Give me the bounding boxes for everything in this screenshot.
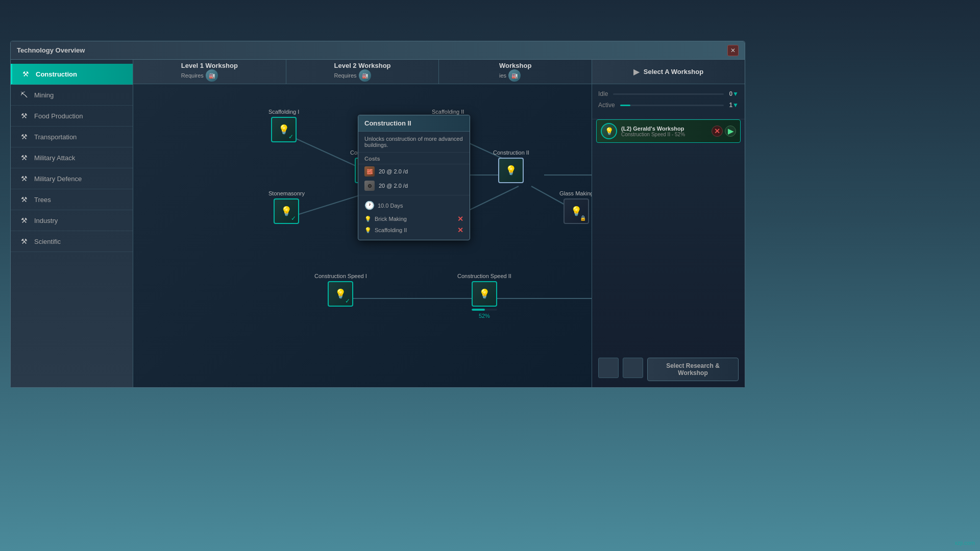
tooltip-costs-header: Costs	[358, 153, 470, 164]
tooltip-req-scaffolding-2: 💡 Scaffolding II ✕	[358, 224, 470, 236]
glass-making-icon[interactable]: 💡 🔒	[564, 198, 589, 224]
sidebar-item-military-attack[interactable]: ⚒ Military Attack	[11, 147, 133, 168]
workshop-title-1: Level 1 Workshop	[181, 62, 238, 69]
bulb-stonemasonry: 💡	[281, 206, 292, 217]
stonemasonry-icon[interactable]: 💡 ✓	[274, 198, 299, 224]
idle-label: Idle	[598, 90, 608, 97]
remove-workshop-button[interactable]: ✕	[712, 126, 723, 137]
close-button[interactable]: ✕	[727, 45, 739, 56]
sidebar-item-trees[interactable]: ⚒ Trees	[11, 189, 133, 210]
workshop-item-actions: ✕ ▶	[712, 126, 736, 137]
sidebar-item-construction[interactable]: ⚒ Construction	[11, 64, 133, 85]
workshop-col-2: Level 2 Workshop Requires 🏭	[286, 60, 439, 84]
tooltip-req-brick-making: 💡 Brick Making ✕	[358, 213, 470, 224]
check-stonemasonry: ✓	[291, 215, 296, 222]
scaffolding-1-label: Scaffolding I	[268, 109, 299, 115]
tech-node-construction-2[interactable]: Construction II 💡	[493, 149, 529, 183]
arrow-right-icon: ▶	[633, 67, 640, 77]
tech-tree: Scaffolding I 💡 ✓ Construction I 💡 ✓	[133, 84, 592, 387]
active-label: Active	[598, 102, 615, 109]
bulb-cs1: 💡	[335, 288, 346, 299]
workshop-title-3: Workshop	[499, 62, 531, 69]
right-panel-title: Select A Workshop	[644, 68, 703, 76]
construction-2-icon[interactable]: 💡	[498, 158, 524, 183]
sidebar: ⚒ Construction ⛏ Mining ⚒ Food Productio…	[11, 60, 133, 387]
title-bar: Technology Overview ✕	[11, 41, 745, 60]
research-thumb-1	[598, 358, 619, 378]
construction-speed-2-icon[interactable]: 💡	[472, 281, 497, 307]
idle-dropdown[interactable]: ▼	[732, 90, 739, 97]
clock-icon: 🕐	[364, 201, 375, 210]
workshop-icon-3: 🏭	[508, 69, 521, 82]
tech-node-glass-making[interactable]: Glass Making 💡 🔒	[559, 190, 592, 224]
sidebar-item-military-defence[interactable]: ⚒ Military Defence	[11, 168, 133, 189]
workshop-item-info: (L2) Gerald's Workshop Construction Spee…	[621, 126, 707, 137]
workshop-col-1: Level 1 Workshop Requires 🏭	[133, 60, 286, 84]
tooltip-divider	[358, 195, 470, 195]
select-research-label: Select Research & Workshop	[652, 362, 734, 377]
check-scaffolding-1: ✓	[288, 133, 293, 140]
tooltip-cost-row-2: ⚙ 20 @ 2.0 /d	[358, 179, 470, 193]
active-dropdown[interactable]: ▼	[732, 102, 739, 109]
req-scaffolding-2-label: 💡 Scaffolding II	[364, 227, 407, 234]
confirm-workshop-button[interactable]: ▶	[725, 126, 736, 137]
cs2-progress-fill	[472, 309, 485, 311]
watermark: xzji.com	[954, 540, 975, 546]
sidebar-label-military-defence: Military Defence	[34, 175, 82, 183]
sidebar-item-mining[interactable]: ⛏ Mining	[11, 85, 133, 106]
tooltip-time-row: 🕐 10.0 Days	[358, 197, 470, 213]
cost-value-2: 20 @ 2.0 /d	[379, 183, 408, 189]
sidebar-label-trees: Trees	[34, 196, 51, 204]
sidebar-label-scientific: Scientific	[34, 238, 61, 245]
cost-value-1: 20 @ 2.0 /d	[379, 168, 408, 174]
idle-value: 0	[729, 90, 732, 97]
req-bulb-1: 💡	[364, 216, 372, 222]
sidebar-item-industry[interactable]: ⚒ Industry	[11, 210, 133, 231]
idle-bar	[613, 93, 724, 95]
cs2-progress-label: 52%	[479, 313, 490, 319]
tech-node-construction-speed-1[interactable]: Construction Speed I 💡 ✓	[314, 273, 367, 307]
tooltip-cost-row-1: 🧱 20 @ 2.0 /d	[358, 164, 470, 179]
construction-speed-1-icon[interactable]: 💡 ✓	[328, 281, 353, 307]
active-bar-fill	[620, 105, 630, 106]
check-cs1: ✓	[345, 297, 350, 305]
workshop-icon-1: 🏭	[206, 69, 218, 82]
select-research-button[interactable]: Select Research & Workshop	[647, 358, 739, 381]
food-icon: ⚒	[19, 111, 29, 121]
workshop-item-name: (L2) Gerald's Workshop	[621, 126, 707, 132]
workshop-icon-2: 🏭	[359, 69, 371, 82]
req-scaffolding-2-x: ✕	[457, 226, 463, 234]
scaffolding-1-icon[interactable]: 💡 ✓	[271, 117, 297, 142]
sidebar-item-food-production[interactable]: ⚒ Food Production	[11, 106, 133, 127]
glass-making-label: Glass Making	[559, 190, 592, 196]
active-stat-row: Active 1 ▼	[598, 102, 739, 109]
sidebar-label-mining: Mining	[34, 91, 54, 99]
workshop-col-3: Workshop ies 🏭	[439, 60, 592, 84]
workshop-item-icon: 💡	[601, 123, 617, 139]
cost-icon-1: 🧱	[364, 166, 375, 177]
sidebar-item-scientific[interactable]: ⚒ Scientific	[11, 231, 133, 252]
tech-node-stonemasonry[interactable]: Stonemasonry 💡 ✓	[268, 190, 305, 224]
sidebar-item-transportation[interactable]: ⚒ Transportation	[11, 127, 133, 147]
right-panel: ▶ Select A Workshop Idle 0 ▼ Active	[592, 60, 745, 387]
construction-speed-1-label: Construction Speed I	[314, 273, 367, 279]
tech-node-scaffolding-1[interactable]: Scaffolding I 💡 ✓	[268, 109, 299, 142]
workshop-stats: Idle 0 ▼ Active 1 ▼	[592, 84, 745, 119]
active-bar	[620, 105, 724, 106]
construction-2-label: Construction II	[493, 149, 529, 156]
workshop-item-desc: Construction Speed II - 52%	[621, 132, 707, 137]
sidebar-label-transportation: Transportation	[34, 133, 77, 141]
select-research-area: Select Research & Workshop	[592, 352, 745, 387]
scientific-icon: ⚒	[19, 236, 29, 246]
req-brick-making-x: ✕	[457, 215, 463, 223]
trees-icon: ⚒	[19, 194, 29, 205]
cs2-progress-bar	[472, 309, 497, 311]
construction-icon: ⚒	[20, 69, 31, 79]
tooltip-description: Unlocks construction of more advanced bu…	[358, 132, 470, 153]
mining-icon: ⛏	[19, 90, 29, 100]
lock-glass-making: 🔒	[580, 215, 586, 221]
transportation-icon: ⚒	[19, 132, 29, 142]
content-area: ⚒ Construction ⛏ Mining ⚒ Food Productio…	[11, 60, 745, 387]
tech-node-construction-speed-2[interactable]: Construction Speed II 💡 52%	[457, 273, 511, 319]
workshop-item[interactable]: 💡 (L2) Gerald's Workshop Construction Sp…	[596, 119, 741, 143]
